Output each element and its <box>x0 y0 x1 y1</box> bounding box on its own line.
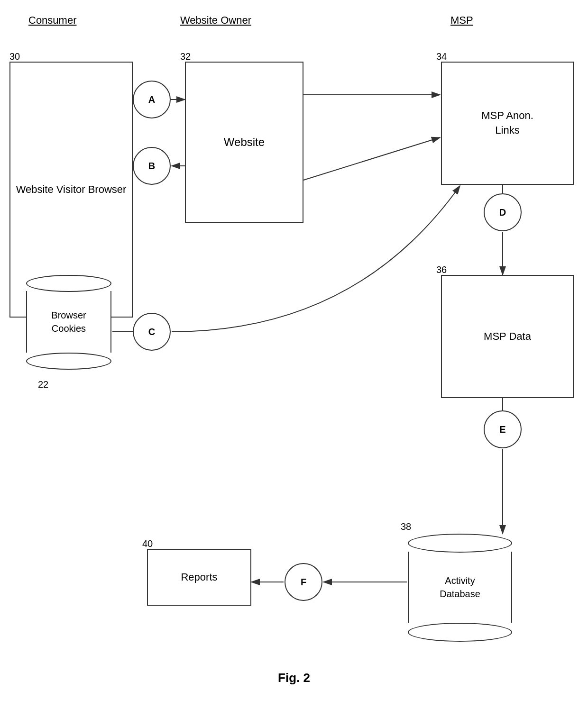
header-consumer: Consumer <box>28 14 76 27</box>
circle-b: B <box>133 147 171 185</box>
circle-a: A <box>133 81 171 118</box>
circle-f: F <box>285 563 322 601</box>
header-website-owner: Website Owner <box>180 14 251 27</box>
svg-line-6 <box>303 137 440 180</box>
header-msp: MSP <box>450 14 473 27</box>
diagram-container: Consumer Website Owner MSP 30 Website Vi… <box>0 0 588 709</box>
browser-cookies-cylinder: Browser Cookies <box>26 275 111 370</box>
msp-data-box: MSP Data <box>441 275 574 398</box>
website-box: Website <box>185 62 303 223</box>
circle-c: C <box>133 313 171 351</box>
fig-label: Fig. 2 <box>278 671 310 685</box>
activity-db-cylinder: Activity Database <box>408 534 512 642</box>
ref-30: 30 <box>9 51 20 62</box>
ref-40: 40 <box>142 538 153 549</box>
circle-e: E <box>484 410 522 448</box>
circle-d: D <box>484 193 522 231</box>
ref-22: 22 <box>38 379 48 390</box>
ref-36: 36 <box>436 264 447 275</box>
msp-anon-box: MSP Anon. Links <box>441 62 574 185</box>
ref-38: 38 <box>401 521 411 532</box>
ref-32: 32 <box>180 51 191 62</box>
reports-box: Reports <box>147 549 251 606</box>
ref-34: 34 <box>436 51 447 62</box>
